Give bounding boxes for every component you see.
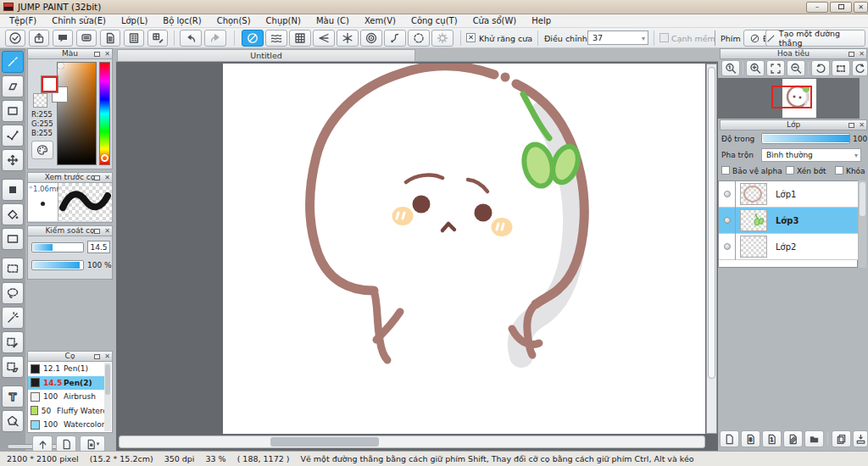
polyline-tool-button[interactable] <box>2 125 24 147</box>
select-eraser-tool-button[interactable] <box>2 356 24 378</box>
layer-visibility-cell[interactable] <box>719 181 736 208</box>
brush-preview-header[interactable]: Xem trước cọ ✕ <box>27 172 113 183</box>
lock-checkbox[interactable] <box>835 166 843 175</box>
new-brush-button[interactable] <box>56 435 76 452</box>
new-folder-button[interactable] <box>804 430 824 447</box>
grid-snap-button[interactable] <box>289 30 311 47</box>
close-icon[interactable]: ✕ <box>104 227 110 236</box>
vanishing-point-button[interactable] <box>313 30 335 47</box>
sync-check-button[interactable] <box>5 30 25 47</box>
shape-brush-tool-button[interactable] <box>2 100 24 122</box>
palette-edit-button[interactable] <box>147 30 168 47</box>
navigator-view[interactable] <box>718 78 860 119</box>
lasso-select-tool-button[interactable] <box>2 282 24 304</box>
fill-shape-tool-button[interactable] <box>2 179 24 201</box>
canvas-horizontal-scrollbar-thumb[interactable] <box>270 437 379 447</box>
brush-tool-button[interactable] <box>2 51 24 73</box>
popout-icon[interactable] <box>849 52 854 57</box>
close-button[interactable]: ✕ <box>854 2 868 13</box>
transparent-color-swatch[interactable] <box>33 93 47 108</box>
menu-filter[interactable]: Bộ lọc(R) <box>155 14 209 28</box>
navigator-view-rect[interactable] <box>771 86 812 108</box>
menu-edit[interactable]: Chỉnh sửa(E) <box>44 14 114 28</box>
canvas-page[interactable] <box>223 64 705 434</box>
saturation-value-picker[interactable] <box>57 62 97 165</box>
gradient-tool-button[interactable] <box>2 228 24 250</box>
brush-control-header[interactable]: Kiểm soát cọ ✕ <box>27 225 113 236</box>
layers-scrollbar-thumb[interactable] <box>860 182 865 216</box>
add-brush-button[interactable] <box>32 435 53 452</box>
chat-button[interactable] <box>76 30 97 47</box>
menu-select[interactable]: Chọn(S) <box>209 14 259 28</box>
brush-row-pen1[interactable]: 12.1 Pen(1) <box>28 362 105 376</box>
brush-opacity-slider[interactable] <box>31 260 84 270</box>
close-icon[interactable]: ✕ <box>859 50 865 58</box>
alpha-protect-checkbox[interactable] <box>721 166 730 175</box>
rotate-cw-button[interactable] <box>852 60 868 76</box>
brush-size-value[interactable]: 14.5 <box>87 241 110 253</box>
new-8bit-layer-button[interactable]: 8 <box>741 430 760 447</box>
menu-file[interactable]: Tệp(F) <box>2 14 44 28</box>
radial-symmetry-button[interactable] <box>337 30 359 47</box>
brush-row-fluffy-watercolor[interactable]: 50 Fluffy Watercolor <box>28 404 105 419</box>
brush-list-scrollbar-thumb[interactable] <box>105 364 110 395</box>
new-1bit-layer-button[interactable]: 1 <box>762 430 782 447</box>
navigator-header[interactable]: Hoa tiêu ✕ <box>720 48 867 59</box>
canvas-vertical-scrollbar-thumb[interactable] <box>708 67 715 379</box>
palette-button[interactable] <box>31 141 53 159</box>
layer-panel-header[interactable]: Lớp ✕ <box>720 119 867 130</box>
brush-row-airbrush[interactable]: 100 Airbrush <box>28 390 105 404</box>
eraser-tool-button[interactable] <box>2 75 24 97</box>
menu-layer[interactable]: Lớp(L) <box>114 14 155 28</box>
close-icon[interactable]: ✕ <box>104 352 110 361</box>
menu-help[interactable]: Help <box>524 14 559 28</box>
redo-button[interactable] <box>204 30 226 47</box>
bucket-tool-button[interactable] <box>2 203 24 225</box>
move-tool-button[interactable] <box>2 149 24 171</box>
popout-icon[interactable] <box>94 175 100 180</box>
layer-row-lop2[interactable]: Lớp2 <box>719 234 858 260</box>
magic-wand-tool-button[interactable] <box>2 307 24 329</box>
canvas-tab-untitled[interactable]: Untitled <box>117 49 415 62</box>
select-pen-tool-button[interactable] <box>2 331 24 353</box>
layer-opacity-slider[interactable] <box>761 133 850 144</box>
curve-snap-button[interactable] <box>384 30 406 47</box>
text-tool-button[interactable]: T <box>2 386 24 408</box>
layer-row-lop1[interactable]: Lớp1 <box>719 181 858 208</box>
reset-rotation-button[interactable] <box>832 60 850 76</box>
straight-line-button[interactable]: Tạo một đường thẳng <box>765 30 865 47</box>
no-correction-button[interactable] <box>242 30 264 47</box>
close-icon[interactable]: ✕ <box>104 50 110 58</box>
export-button[interactable] <box>29 30 49 47</box>
adjust-dropdown[interactable]: 37 ▾ <box>587 31 648 45</box>
menu-color[interactable]: Màu (C) <box>309 14 357 28</box>
hue-bar[interactable] <box>99 62 110 165</box>
clipping-checkbox[interactable] <box>786 166 794 175</box>
rect-select-tool-button[interactable] <box>2 258 24 280</box>
ellipse-snap-button[interactable] <box>408 30 430 47</box>
form-button[interactable] <box>124 30 144 47</box>
foreground-color-swatch[interactable] <box>42 76 58 92</box>
zoom-in-button[interactable] <box>746 60 765 76</box>
layer-visibility-cell[interactable] <box>719 208 736 234</box>
undo-button[interactable] <box>180 30 202 47</box>
close-icon[interactable]: ✕ <box>859 121 865 130</box>
shape-operate-tool-button[interactable] <box>2 410 24 432</box>
menu-window[interactable]: Cửa sổ(W) <box>465 14 525 28</box>
zoom-100-button[interactable] <box>721 60 740 76</box>
close-icon[interactable]: ✕ <box>104 174 110 182</box>
concentric-snap-button[interactable] <box>360 30 382 47</box>
color-panel-header[interactable]: Màu ✕ <box>27 48 113 59</box>
popout-icon[interactable] <box>94 52 100 57</box>
popout-icon[interactable] <box>849 123 854 128</box>
menu-capture[interactable]: Chụp(N) <box>259 14 309 28</box>
merge-layer-button[interactable] <box>853 430 868 447</box>
new-halftone-layer-button[interactable] <box>783 430 803 447</box>
popout-icon[interactable] <box>94 354 100 359</box>
menu-view[interactable]: Xem(V) <box>357 14 403 28</box>
duplicate-layer-button[interactable] <box>832 430 851 447</box>
menu-tools[interactable]: Công cụ(T) <box>403 14 465 28</box>
comment-button[interactable] <box>53 30 73 47</box>
fit-window-button[interactable] <box>766 60 785 76</box>
zoom-out-button[interactable] <box>787 60 805 76</box>
